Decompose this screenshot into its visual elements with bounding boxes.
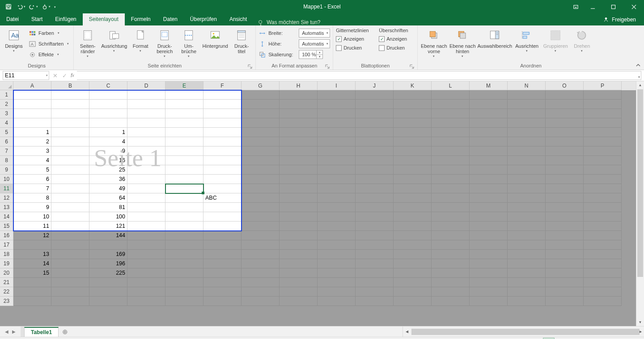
btn-background[interactable]: Hintergrund [202,27,229,49]
cell-C2[interactable] [89,100,127,109]
cell-M22[interactable] [470,287,508,297]
cell-C10[interactable]: 36 [89,175,127,184]
cell-J3[interactable] [356,109,394,118]
cell-C22[interactable] [89,287,127,297]
cell-A4[interactable] [13,118,51,128]
collapse-ribbon[interactable] [634,63,642,69]
cell-P3[interactable] [584,109,622,118]
cell-N11[interactable] [508,184,546,193]
cell-M17[interactable] [470,240,508,250]
qat-undo[interactable] [15,1,27,12]
cell-A18[interactable]: 13 [13,250,51,259]
cell-J16[interactable] [356,231,394,240]
cell-J20[interactable] [356,268,394,278]
cell-G19[interactable] [242,259,280,268]
cell-P21[interactable] [584,278,622,287]
cell-C14[interactable]: 100 [89,212,127,222]
cell-J15[interactable] [356,222,394,231]
cell-B19[interactable] [51,259,89,268]
cell-F18[interactable] [203,250,242,259]
cell-E1[interactable] [165,90,203,100]
cell-H23[interactable] [280,297,318,306]
row-header-18[interactable]: 18 [0,250,13,259]
cell-L15[interactable] [432,222,470,231]
cell-G22[interactable] [242,287,280,297]
cell-J4[interactable] [356,118,394,128]
cell-H4[interactable] [280,118,318,128]
cell-O14[interactable] [546,212,584,222]
cell-N20[interactable] [508,268,546,278]
col-header-M[interactable]: M [470,81,508,90]
cell-K5[interactable] [394,128,432,137]
cell-B15[interactable] [51,222,89,231]
cell-J18[interactable] [356,250,394,259]
cell-I18[interactable] [318,250,356,259]
cell-B22[interactable] [51,287,89,297]
dlg-launch-sheetoptions[interactable] [409,64,415,69]
cell-D1[interactable] [127,90,165,100]
cell-G3[interactable] [242,109,280,118]
cell-M4[interactable] [470,118,508,128]
col-header-K[interactable]: K [394,81,432,90]
cell-G4[interactable] [242,118,280,128]
cell-A12[interactable]: 8 [13,193,51,203]
cell-G12[interactable] [242,193,280,203]
cell-O22[interactable] [546,287,584,297]
cell-E13[interactable] [165,203,203,212]
cell-G11[interactable] [242,184,280,193]
cell-O9[interactable] [546,165,584,175]
col-header-A[interactable]: A [13,81,51,90]
cell-C23[interactable] [89,297,127,306]
cell-L14[interactable] [432,212,470,222]
cell-A8[interactable]: 4 [13,156,51,165]
cell-E12[interactable] [165,193,203,203]
cell-H3[interactable] [280,109,318,118]
tab-nav-prev[interactable]: ◀ [4,329,10,334]
cell-O15[interactable] [546,222,584,231]
cell-N5[interactable] [508,128,546,137]
vscroll-up[interactable]: ▲ [636,81,644,89]
cell-J6[interactable] [356,137,394,146]
cell-J13[interactable] [356,203,394,212]
cell-O13[interactable] [546,203,584,212]
cell-A2[interactable] [13,100,51,109]
cell-G1[interactable] [242,90,280,100]
tab-insert[interactable]: Einfügen [49,13,82,25]
cell-L7[interactable] [432,146,470,156]
col-header-P[interactable]: P [584,81,622,90]
row-header-22[interactable]: 22 [0,287,13,297]
tab-formulas[interactable]: Formeln [125,13,157,25]
cell-A20[interactable]: 15 [13,268,51,278]
cell-C9[interactable]: 25 [89,165,127,175]
window-minimize[interactable] [582,0,603,13]
cell-I16[interactable] [318,231,356,240]
row-header-7[interactable]: 7 [0,146,13,156]
chk-gridlines-print[interactable]: Drucken [336,44,372,52]
chk-gridlines-view[interactable]: Anzeigen [336,35,372,43]
cell-M10[interactable] [470,175,508,184]
cell-K15[interactable] [394,222,432,231]
cell-E3[interactable] [165,109,203,118]
vertical-scrollbar[interactable]: ▲ ▼ [636,81,644,326]
cell-A22[interactable] [13,287,51,297]
row-header-13[interactable]: 13 [0,203,13,212]
cell-C5[interactable]: 1 [89,128,127,137]
cell-G6[interactable] [242,137,280,146]
cell-K13[interactable] [394,203,432,212]
cell-L8[interactable] [432,156,470,165]
cell-M19[interactable] [470,259,508,268]
cell-H20[interactable] [280,268,318,278]
cell-O2[interactable] [546,100,584,109]
cell-A14[interactable]: 10 [13,212,51,222]
col-header-C[interactable]: C [89,81,127,90]
cell-P20[interactable] [584,268,622,278]
cell-P7[interactable] [584,146,622,156]
btn-send-backward[interactable]: Ebene nach hinten [449,27,476,58]
cell-N1[interactable] [508,90,546,100]
cell-E8[interactable] [165,156,203,165]
cell-E21[interactable] [165,278,203,287]
cell-A5[interactable]: 1 [13,128,51,137]
cell-J14[interactable] [356,212,394,222]
cell-D10[interactable] [127,175,165,184]
cell-H21[interactable] [280,278,318,287]
